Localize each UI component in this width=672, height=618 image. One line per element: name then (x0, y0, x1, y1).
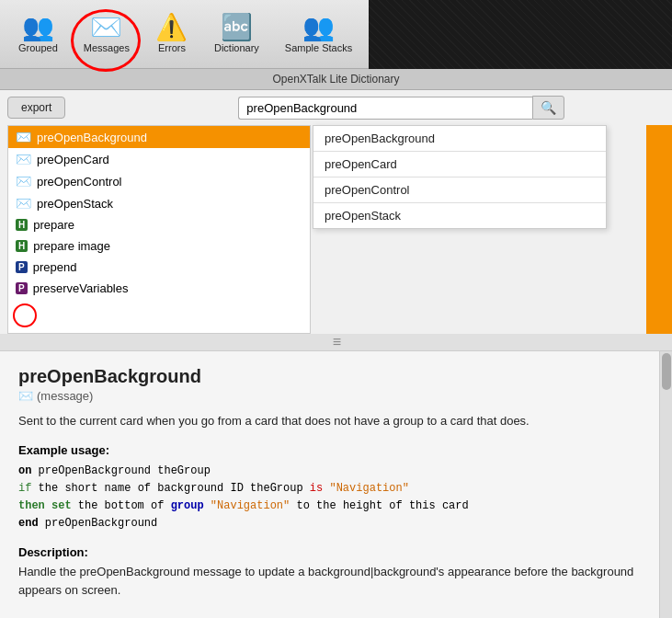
messages-icon: ✉️ (90, 15, 122, 40)
errors-icon: ⚠️ (155, 15, 188, 40)
item-message-icon: ✉️ (16, 130, 31, 144)
scrollbar-thumb (662, 353, 671, 390)
detail-type-label: (message) (37, 389, 93, 403)
list-item-label: preserveVariables (33, 281, 129, 295)
dict-top-bar: export 🔍 (0, 90, 672, 125)
suggestion-item[interactable]: preOpenControl (313, 177, 606, 202)
dictionary-label: Dictionary (214, 42, 259, 53)
item-property-icon: P (16, 282, 28, 294)
list-item-label: prepend (33, 260, 77, 274)
sample-stacks-label: Sample Stacks (285, 42, 352, 53)
grouped-icon: 👥 (22, 15, 54, 40)
list-item[interactable]: H prepare (8, 214, 310, 235)
list-item-label: preOpenCard (37, 153, 109, 166)
suggestion-item[interactable]: preOpenCard (313, 152, 606, 177)
item-message-icon: ✉️ (16, 196, 31, 211)
search-container: 🔍 (238, 96, 665, 120)
orange-sidebar-stub (646, 125, 672, 334)
list-item[interactable]: ✉️ preOpenStack (8, 192, 310, 214)
item-handler-icon: H (16, 240, 28, 252)
code-line-if: if the short name of background ID theGr… (18, 480, 654, 498)
search-button[interactable]: 🔍 (532, 96, 564, 120)
detail-panel: preOpenBackground ✉️ (message) Sent to t… (0, 350, 672, 618)
code-line-end: end preOpenBackground (18, 515, 654, 532)
toolbar-item-messages[interactable]: ✉️ Messages (73, 11, 141, 57)
grouped-label: Grouped (18, 42, 58, 53)
toolbar-dark-bg (369, 0, 672, 69)
sample-stacks-icon: 👥 (302, 15, 335, 40)
list-item-label: preOpenStack (37, 197, 113, 211)
description-text: Handle the preOpenBackground message to … (18, 563, 654, 599)
list-item-label: preOpenControl (37, 175, 122, 189)
item-handler-icon: H (16, 219, 28, 231)
toolbar-item-sample-stacks[interactable]: 👥 Sample Stacks (274, 11, 363, 57)
suggestion-item[interactable]: preOpenStack (313, 203, 606, 228)
dictionary-area: export 🔍 ✉️ preOpenBackground ✉️ preOpen… (0, 90, 672, 334)
list-section: ✉️ preOpenBackground ✉️ preOpenCard ✉️ p… (0, 125, 672, 334)
list-item-label: prepare image (33, 239, 110, 253)
detail-title: preOpenBackground (18, 366, 654, 387)
toolbar-item-grouped[interactable]: 👥 Grouped (7, 11, 69, 57)
list-item[interactable]: H prepare image (8, 235, 310, 257)
subtitle-bar: OpenXTalk Lite Dictionary (0, 69, 672, 90)
code-line-then: then set the bottom of group "Navigation… (18, 498, 654, 515)
example-usage-label: Example usage: (18, 443, 654, 457)
list-item[interactable]: P prepend (8, 257, 310, 278)
detail-type-icon: ✉️ (18, 389, 33, 403)
detail-type: ✉️ (message) (18, 389, 654, 403)
export-button[interactable]: export (7, 97, 65, 119)
search-input[interactable] (238, 97, 532, 120)
list-item-label: preOpenBackground (37, 131, 147, 144)
code-example: on preOpenBackground theGroup if the sho… (18, 463, 654, 533)
list-item[interactable]: P preserveVariables (8, 278, 310, 299)
list-item[interactable]: ✉️ preOpenControl (8, 170, 310, 192)
drag-handle[interactable]: ≡ (0, 334, 672, 350)
search-suggestions-dropdown: preOpenBackground preOpenCard preOpenCon… (313, 125, 607, 229)
toolbar-item-errors[interactable]: ⚠️ Errors (144, 11, 199, 57)
list-item[interactable]: ✉️ preOpenCard (8, 148, 310, 170)
list-item[interactable] (8, 299, 310, 306)
item-message-icon: ✉️ (16, 152, 31, 166)
description-label: Description: (18, 545, 654, 559)
messages-label: Messages (84, 42, 130, 53)
dictionary-icon: 🔤 (221, 15, 253, 40)
toolbar-item-dictionary[interactable]: 🔤 Dictionary (203, 11, 270, 57)
code-line-on: on preOpenBackground theGroup (18, 463, 654, 480)
detail-description: Sent to the current card when you go fro… (18, 412, 654, 430)
errors-label: Errors (158, 42, 186, 53)
item-command-icon: P (16, 261, 28, 273)
list-item[interactable]: ✉️ preOpenBackground (8, 126, 310, 148)
suggestion-item[interactable]: preOpenBackground (313, 126, 606, 151)
detail-scrollbar[interactable] (659, 351, 672, 618)
subtitle-text: OpenXTalk Lite Dictionary (272, 73, 399, 86)
item-message-icon: ✉️ (16, 174, 31, 189)
toolbar: 👥 Grouped ✉️ Messages ⚠️ Errors 🔤 Dictio… (0, 0, 672, 69)
dictionary-list: ✉️ preOpenBackground ✉️ preOpenCard ✉️ p… (7, 125, 311, 334)
list-item-label: prepare (33, 218, 74, 232)
drag-lines-icon: ≡ (333, 334, 339, 350)
